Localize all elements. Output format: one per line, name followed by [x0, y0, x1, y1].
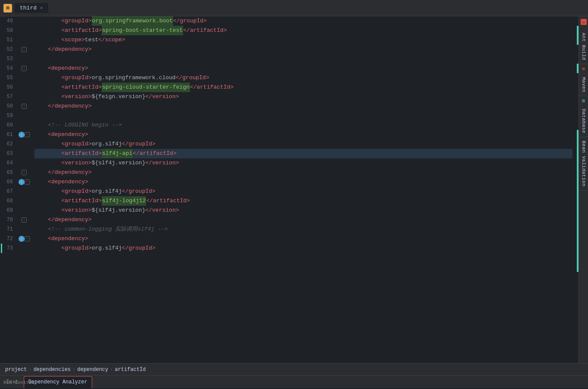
status-left-bar: Run Control	[0, 376, 52, 389]
fold-icon-58[interactable]: -	[22, 104, 27, 109]
fold-icon-61[interactable]: -	[25, 132, 30, 137]
tab-close-button[interactable]: ×	[40, 6, 43, 11]
code-line-52: </dependency>	[34, 45, 572, 54]
code-line-49: <groupId>org.springframework.boot</group…	[34, 16, 572, 26]
breadcrumb-sep-2: ›	[72, 367, 75, 373]
gutter-67	[18, 187, 31, 196]
update-icon-61[interactable]: ↑	[19, 132, 25, 138]
code-line-50: <artifactId>spring-boot-starter-test</ar…	[34, 26, 572, 35]
gutter-65[interactable]: -	[18, 168, 31, 177]
update-icon-66[interactable]: ↑	[19, 179, 25, 185]
gutter-66[interactable]: ↑ -	[18, 177, 31, 187]
gutter-59	[18, 111, 31, 120]
gutter-69	[18, 206, 31, 215]
code-line-53	[34, 54, 572, 64]
gutter-61[interactable]: ↑ -	[18, 130, 31, 139]
code-line-60: <!-- LOGGING begin -->	[34, 120, 572, 130]
gutter-53	[18, 54, 31, 64]
code-line-57: <version>${feign.version}</version>	[34, 92, 572, 102]
breadcrumb-artifactid[interactable]: artifactId	[115, 367, 146, 373]
update-icon-72[interactable]: ↑	[19, 236, 25, 242]
gutter-71	[18, 225, 31, 234]
maven-icon: m	[582, 66, 585, 71]
tab-name: third	[20, 5, 37, 11]
app-icon: m	[3, 4, 12, 12]
gutter-55	[18, 73, 31, 83]
code-line-65: </dependency>	[34, 168, 572, 177]
gutter-73	[18, 244, 31, 253]
gutter-49	[18, 16, 31, 26]
scroll-indicator-2	[577, 64, 579, 73]
ant-icon: 🐜	[581, 19, 587, 25]
breadcrumb-sep-3: ›	[110, 367, 113, 373]
fold-icon-54[interactable]: -	[22, 66, 27, 71]
code-line-56: <artifactId>spring-cloud-starter-feign</…	[34, 83, 572, 92]
gutter-56	[18, 83, 31, 92]
gutter-68	[18, 196, 31, 206]
code-line-62: <groupId>org.slf4j</groupId>	[34, 139, 572, 149]
change-indicator	[1, 244, 2, 253]
fold-icon-70[interactable]: -	[22, 217, 27, 222]
ant-build-panel[interactable]: Ant Build	[579, 29, 588, 64]
fold-icon-52[interactable]: -	[22, 47, 27, 52]
scroll-indicator-3	[577, 130, 579, 272]
code-line-55: <groupId>org.springframework.cloud</grou…	[34, 73, 572, 83]
gutter-63	[18, 149, 31, 158]
code-line-51: <scope>test</scope>	[34, 35, 572, 45]
code-line-68: <artifactId>slf4j-log4j12</artifactId>	[34, 196, 572, 206]
scroll-indicator-1	[577, 26, 579, 45]
breadcrumb-project[interactable]: project	[5, 367, 27, 373]
editor-container: 4950515253 5455565758 5960616263 6465666…	[0, 16, 588, 363]
gutter-60	[18, 120, 31, 130]
gutter-54[interactable]: -	[18, 64, 31, 73]
gutter: - - - ↑ - - ↑ -	[19, 16, 29, 363]
fold-icon-72[interactable]: -	[25, 236, 30, 241]
line-numbers: 4950515253 5455565758 5960616263 6465666…	[3, 16, 19, 363]
code-line-59	[34, 111, 572, 120]
gutter-62	[18, 139, 31, 149]
gutter-70[interactable]: -	[18, 215, 31, 225]
breadcrumb: project › dependencies › dependency › ar…	[0, 363, 588, 375]
code-line-67: <groupId>org.slf4j</groupId>	[34, 187, 572, 196]
code-line-66: <dependency>	[34, 177, 572, 187]
code-line-72: <dependency>	[34, 234, 572, 244]
breadcrumb-sep-1: ›	[28, 367, 31, 373]
bottom-tabs: Text Dependency Analyzer	[0, 375, 588, 388]
code-line-64: <version>${slf4j.version}</version>	[34, 158, 572, 168]
breadcrumb-dependencies[interactable]: dependencies	[34, 367, 71, 373]
code-line-69: <version>${slf4j.version}</version>	[34, 206, 572, 215]
maven-panel[interactable]: Maven	[579, 74, 588, 96]
breadcrumb-dependency[interactable]: dependency	[77, 367, 108, 373]
database-icon: ▤	[582, 98, 585, 103]
gutter-57	[18, 92, 31, 102]
code-line-63: <artifactId>slf4j-api</artifactId>	[34, 149, 572, 158]
right-sidebar: 🐜 Ant Build m Maven ▤ Database Bean Vali…	[579, 16, 588, 363]
gutter-64	[18, 158, 31, 168]
editor-tab[interactable]: third ×	[15, 3, 48, 13]
code-line-70: </dependency>	[34, 215, 572, 225]
gutter-58[interactable]: -	[18, 102, 31, 111]
code-line-61: <dependency>	[34, 130, 572, 139]
code-line-54: <dependency>	[34, 64, 572, 73]
fold-icon-66[interactable]: -	[25, 179, 30, 185]
code-area[interactable]: <groupId>org.springframework.boot</group…	[29, 16, 576, 363]
title-bar: m third ×	[0, 0, 588, 16]
gutter-51	[18, 35, 31, 45]
gutter-50	[18, 26, 31, 35]
database-panel[interactable]: Database	[579, 105, 588, 137]
code-line-73: <groupId>org.slf4j</groupId>	[34, 244, 572, 253]
run-control-label[interactable]: Run Control	[3, 380, 35, 385]
code-line-58: </dependency>	[34, 102, 572, 111]
fold-icon-65[interactable]: -	[22, 170, 27, 175]
gutter-52[interactable]: -	[18, 45, 31, 54]
bean-validation-panel[interactable]: Bean Validation	[579, 137, 588, 191]
code-line-71: <!-- common-logging 实际调用slf4j -->	[34, 225, 572, 234]
gutter-72[interactable]: ↑ -	[18, 234, 31, 244]
